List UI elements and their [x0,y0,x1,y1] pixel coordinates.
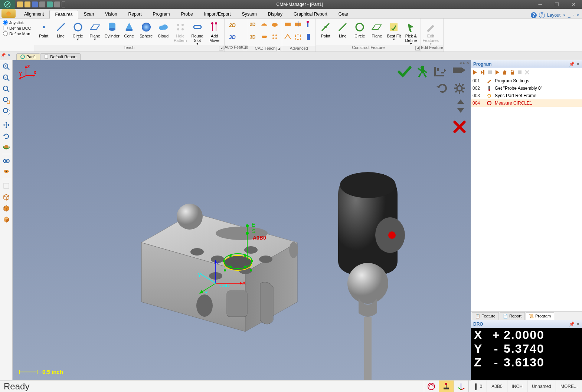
construct-dialog-launcher[interactable]: ◢ [415,46,420,50]
zoom-all-icon[interactable] [1,106,12,116]
construct-pick-define-button[interactable]: Pick & Define▼ [403,19,419,45]
app-logo[interactable] [0,0,15,9]
status-axis-icon[interactable] [454,381,468,392]
tab-probe[interactable]: Probe [176,10,199,18]
help2-icon[interactable]: ? [539,12,545,18]
qat-more-icon[interactable] [62,1,65,7]
construct-line-button[interactable]: Line [334,19,351,45]
maximize-button[interactable]: ☐ [549,0,565,9]
btab-program[interactable]: 📜Program [526,312,554,320]
restore-child-icon[interactable]: ▫ [573,13,574,18]
program-close-icon[interactable]: ✕ [576,62,580,67]
teach-line-button[interactable]: Line [53,19,69,45]
construct-bestfit-button[interactable]: Best Fit▼ [386,19,402,45]
cad-slot-button[interactable] [260,33,268,41]
prog-lock-icon[interactable] [510,70,516,76]
teach-cone-button[interactable]: Cone [121,19,137,45]
prog-stop-icon[interactable] [487,70,493,76]
file-menu-orb[interactable] [1,9,16,18]
dro-pin-icon[interactable]: 📌 [569,322,575,327]
teach-cylinder-button[interactable]: Cylinder [104,19,120,45]
qat-open-icon[interactable] [24,1,30,7]
pan-icon[interactable] [1,120,12,130]
rotate-3d-icon[interactable] [1,142,12,152]
teach-dialog-launcher[interactable]: ◢ [219,46,223,50]
program-row[interactable]: 003Sync Part Ref Frame [471,92,582,99]
prog-home-icon[interactable] [502,70,508,76]
cancel-icon[interactable] [453,120,466,135]
status-cs[interactable]: Unnamed [527,381,556,392]
probe-view-icon[interactable] [451,65,466,79]
teach-cloud-button[interactable]: Cloud [155,19,171,45]
doc-tab-default-report[interactable]: Default Report [40,53,81,60]
solid-view-icon[interactable] [1,214,12,224]
minimize-ribbon-icon[interactable]: _ [568,13,570,18]
radio-define-man[interactable]: Define Man [3,31,31,36]
expand-vert-icon[interactable] [455,99,466,115]
tab-import-export[interactable]: Import/Export [199,10,236,18]
construct-circle-button[interactable]: Circle [352,19,368,45]
adv-4-button[interactable] [284,33,292,41]
cad-dialog-launcher[interactable]: ◢ [277,47,281,51]
tab-alignment[interactable]: Alignment [19,10,49,18]
tab-system[interactable]: System [236,10,262,18]
cad-pattern-button[interactable] [271,33,279,41]
adv-1-button[interactable] [284,20,292,28]
status-angle[interactable]: 0 [468,381,487,392]
program-pin-icon[interactable]: 📌 [569,62,575,67]
tab-features[interactable]: Features [49,10,78,19]
view-eye-icon[interactable] [1,156,12,166]
status-probe[interactable]: A0B0 [487,381,507,392]
zoom-in-icon[interactable]: + [1,62,12,72]
program-row[interactable]: 001Program Settings [471,77,582,85]
prog-play2-icon[interactable] [495,70,501,76]
prog-toggle2-icon[interactable] [524,70,530,76]
status-unit[interactable]: INCH [507,381,527,392]
align-icon[interactable] [433,65,448,79]
cad-2d-button[interactable]: 2D [250,20,258,28]
adv-3-button[interactable] [304,20,313,28]
teach-point-button[interactable]: Point [36,19,52,45]
auto-3d-button[interactable]: 3D [226,31,242,43]
prog-step-icon[interactable] [480,70,486,76]
tab-scan[interactable]: Scan [78,10,99,18]
qat-refresh-icon[interactable] [47,1,53,7]
close-button[interactable]: ✕ [565,0,582,9]
tab-gear[interactable]: Gear [333,10,354,18]
btab-feature[interactable]: 📋Feature [472,312,499,320]
auto-2d-button[interactable]: 2D [226,19,242,31]
tab-report[interactable]: Report [123,10,147,18]
wireframe-icon[interactable] [1,181,12,191]
tab-program[interactable]: Program [147,10,176,18]
teach-sphere-button[interactable]: Sphere [138,19,154,45]
settings-gear-icon[interactable] [453,82,466,96]
help-icon[interactable]: ? [531,12,537,18]
zoom-fit-icon[interactable] [1,84,12,94]
rotate-icon[interactable] [1,131,12,141]
qat-save-icon[interactable] [32,1,38,7]
minimize-button[interactable]: ─ [532,0,549,9]
doc-tab-part1[interactable]: Part1 [16,53,40,60]
status-more[interactable]: MORE... [556,381,582,392]
cad-cloud-button[interactable] [271,20,279,28]
layout-menu[interactable]: Layout [547,13,560,18]
radio-joystick[interactable]: Joystick [3,20,31,25]
side-pin-icon[interactable]: 📌 ✕ [1,53,10,57]
status-joystick-icon[interactable] [439,381,454,392]
teach-plane-button[interactable]: Plane▼ [87,19,103,45]
prog-toggle1-icon[interactable] [517,70,523,76]
construct-point-button[interactable]: Point [317,19,334,45]
program-list[interactable]: 001Program Settings 002Get "Probe Assemb… [471,77,582,311]
qat-print-icon[interactable] [39,1,45,7]
edit-features-button[interactable]: Edit Features▼ [422,19,439,45]
auto-dialog-launcher[interactable]: ◢ [243,46,247,50]
qat-new-icon[interactable] [17,1,23,7]
radio-define-dcc[interactable]: Define DCC [3,26,31,30]
run-icon[interactable] [416,65,429,79]
rotate-view-icon[interactable] [436,82,449,96]
construct-plane-button[interactable]: Plane [369,19,385,45]
dro-close-icon[interactable]: ✕ [576,322,580,327]
view-search-icon[interactable] [1,167,12,177]
qat-undo-icon[interactable] [54,1,60,7]
cad-surface-button[interactable] [260,20,268,28]
